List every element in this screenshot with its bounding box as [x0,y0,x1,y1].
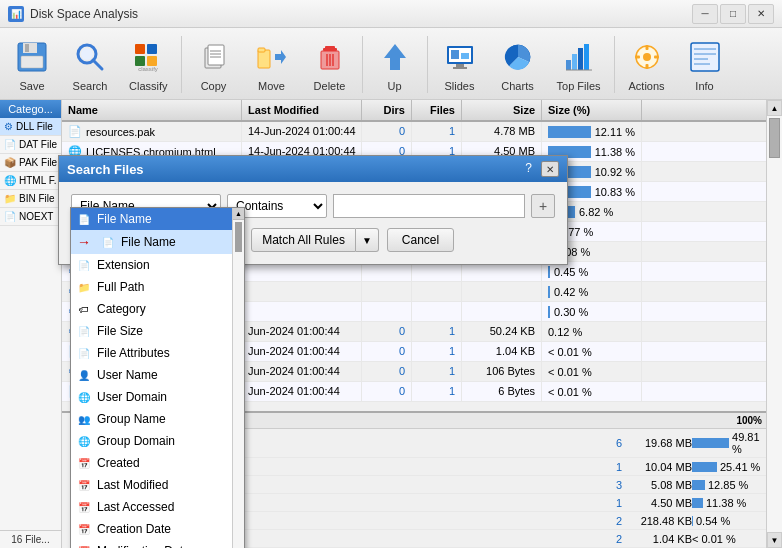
created-icon: 📅 [77,456,91,470]
add-rule-button[interactable]: + [531,194,555,218]
dropdown-item-filename2[interactable]: → 📄 File Name [71,230,232,254]
dropdown-item-created[interactable]: 📅 Created [71,452,232,474]
creationdate-icon: 📅 [77,522,91,536]
fullpath-icon: 📁 [77,280,91,294]
field-dropdown-list: 📄 File Name → 📄 File Name 📄 Extension 📁 … [70,207,245,548]
dropdown-item-fullpath[interactable]: 📁 Full Path [71,276,232,298]
dropdown-item-groupdomain[interactable]: 🌐 Group Domain [71,430,232,452]
lastmod-icon: 📅 [77,478,91,492]
dropdown-items: 📄 File Name → 📄 File Name 📄 Extension 📁 … [71,208,232,548]
extension-icon: 📄 [77,258,91,272]
modal-title-bar: Search Files ? ✕ [59,156,567,182]
dropdown-item-username[interactable]: 👤 User Name [71,364,232,386]
dropdown-item-category[interactable]: 🏷 Category [71,298,232,320]
dropdown-inner: 📄 File Name → 📄 File Name 📄 Extension 📁 … [71,208,244,548]
username-icon: 👤 [77,368,91,382]
match-all-dropdown: Match All Rules ▼ [251,228,379,252]
filename2-icon: 📄 [101,235,115,249]
moddate-icon: 📅 [77,544,91,548]
dropdown-scrollbar[interactable]: ▲ ▼ [232,208,244,548]
match-all-button[interactable]: Match All Rules [251,228,356,252]
dropdown-item-extension[interactable]: 📄 Extension [71,254,232,276]
dropdown-item-groupname[interactable]: 👥 Group Name [71,408,232,430]
modal-title: Search Files [67,162,144,177]
cancel-button[interactable]: Cancel [387,228,454,252]
dropdown-item-fileattributes[interactable]: 📄 File Attributes [71,342,232,364]
dropdown-scroll-track [233,220,244,548]
dropdown-scroll-thumb[interactable] [235,222,242,252]
dropdown-item-lastaccessed[interactable]: 📅 Last Accessed [71,496,232,518]
dropdown-item-modificationdate[interactable]: 📅 Modification Date [71,540,232,548]
search-value-input[interactable] [333,194,525,218]
dropdown-item-filename[interactable]: 📄 File Name [71,208,232,230]
modal-help[interactable]: ? [519,161,538,177]
category-icon: 🏷 [77,302,91,316]
modal-close-button[interactable]: ✕ [541,161,559,177]
modal-controls: ? ✕ [519,161,559,177]
match-all-arrow[interactable]: ▼ [356,228,379,252]
dropdown-item-filesize[interactable]: 📄 File Size [71,320,232,342]
lastaccess-icon: 📅 [77,500,91,514]
dropdown-item-lastmodified[interactable]: 📅 Last Modified [71,474,232,496]
dropdown-item-creationdate[interactable]: 📅 Creation Date [71,518,232,540]
filesize-icon: 📄 [77,324,91,338]
filename-icon: 📄 [77,212,91,226]
groupname-icon: 👥 [77,412,91,426]
dropdown-item-userdomain[interactable]: 🌐 User Domain [71,386,232,408]
arrow-indicator: → [77,234,91,250]
dropdown-scroll-up[interactable]: ▲ [233,208,244,220]
fileattr-icon: 📄 [77,346,91,360]
userdomain-icon: 🌐 [77,390,91,404]
groupdomain-icon: 🌐 [77,434,91,448]
